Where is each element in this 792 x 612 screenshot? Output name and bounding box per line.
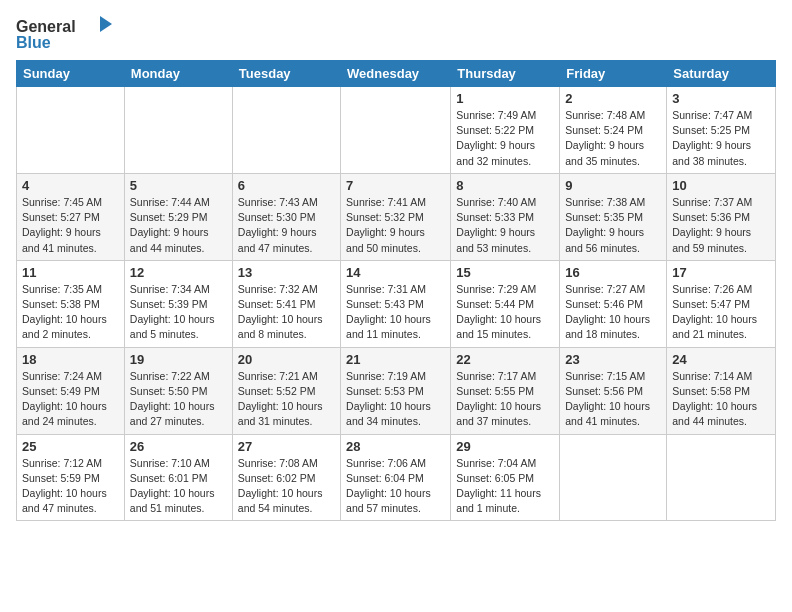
day-info: Sunrise: 7:34 AM Sunset: 5:39 PM Dayligh… (130, 282, 227, 343)
calendar-cell: 4Sunrise: 7:45 AM Sunset: 5:27 PM Daylig… (17, 173, 125, 260)
day-number: 10 (672, 178, 770, 193)
day-info: Sunrise: 7:19 AM Sunset: 5:53 PM Dayligh… (346, 369, 445, 430)
calendar-cell: 21Sunrise: 7:19 AM Sunset: 5:53 PM Dayli… (341, 347, 451, 434)
day-number: 27 (238, 439, 335, 454)
weekday-header: Monday (124, 61, 232, 87)
calendar-cell: 8Sunrise: 7:40 AM Sunset: 5:33 PM Daylig… (451, 173, 560, 260)
day-info: Sunrise: 7:47 AM Sunset: 5:25 PM Dayligh… (672, 108, 770, 169)
calendar-cell: 9Sunrise: 7:38 AM Sunset: 5:35 PM Daylig… (560, 173, 667, 260)
day-info: Sunrise: 7:29 AM Sunset: 5:44 PM Dayligh… (456, 282, 554, 343)
day-info: Sunrise: 7:27 AM Sunset: 5:46 PM Dayligh… (565, 282, 661, 343)
svg-marker-2 (100, 16, 112, 32)
calendar-week-row: 4Sunrise: 7:45 AM Sunset: 5:27 PM Daylig… (17, 173, 776, 260)
day-info: Sunrise: 7:06 AM Sunset: 6:04 PM Dayligh… (346, 456, 445, 517)
day-info: Sunrise: 7:40 AM Sunset: 5:33 PM Dayligh… (456, 195, 554, 256)
calendar-cell: 18Sunrise: 7:24 AM Sunset: 5:49 PM Dayli… (17, 347, 125, 434)
calendar-cell: 23Sunrise: 7:15 AM Sunset: 5:56 PM Dayli… (560, 347, 667, 434)
calendar-cell: 16Sunrise: 7:27 AM Sunset: 5:46 PM Dayli… (560, 260, 667, 347)
calendar-cell: 17Sunrise: 7:26 AM Sunset: 5:47 PM Dayli… (667, 260, 776, 347)
day-info: Sunrise: 7:17 AM Sunset: 5:55 PM Dayligh… (456, 369, 554, 430)
day-number: 22 (456, 352, 554, 367)
weekday-header: Tuesday (232, 61, 340, 87)
day-info: Sunrise: 7:10 AM Sunset: 6:01 PM Dayligh… (130, 456, 227, 517)
calendar-week-row: 1Sunrise: 7:49 AM Sunset: 5:22 PM Daylig… (17, 87, 776, 174)
day-number: 21 (346, 352, 445, 367)
calendar-cell (232, 87, 340, 174)
calendar-cell: 14Sunrise: 7:31 AM Sunset: 5:43 PM Dayli… (341, 260, 451, 347)
day-number: 26 (130, 439, 227, 454)
calendar-cell (17, 87, 125, 174)
calendar-cell: 7Sunrise: 7:41 AM Sunset: 5:32 PM Daylig… (341, 173, 451, 260)
day-number: 8 (456, 178, 554, 193)
calendar-cell: 20Sunrise: 7:21 AM Sunset: 5:52 PM Dayli… (232, 347, 340, 434)
day-number: 23 (565, 352, 661, 367)
calendar-cell: 28Sunrise: 7:06 AM Sunset: 6:04 PM Dayli… (341, 434, 451, 521)
day-info: Sunrise: 7:14 AM Sunset: 5:58 PM Dayligh… (672, 369, 770, 430)
calendar-cell: 10Sunrise: 7:37 AM Sunset: 5:36 PM Dayli… (667, 173, 776, 260)
calendar-week-row: 11Sunrise: 7:35 AM Sunset: 5:38 PM Dayli… (17, 260, 776, 347)
day-number: 9 (565, 178, 661, 193)
day-number: 24 (672, 352, 770, 367)
day-number: 7 (346, 178, 445, 193)
day-info: Sunrise: 7:24 AM Sunset: 5:49 PM Dayligh… (22, 369, 119, 430)
day-info: Sunrise: 7:37 AM Sunset: 5:36 PM Dayligh… (672, 195, 770, 256)
weekday-header: Thursday (451, 61, 560, 87)
logo: GeneralBlue (16, 16, 126, 52)
day-info: Sunrise: 7:38 AM Sunset: 5:35 PM Dayligh… (565, 195, 661, 256)
day-info: Sunrise: 7:32 AM Sunset: 5:41 PM Dayligh… (238, 282, 335, 343)
svg-text:Blue: Blue (16, 34, 51, 51)
calendar-cell: 1Sunrise: 7:49 AM Sunset: 5:22 PM Daylig… (451, 87, 560, 174)
day-info: Sunrise: 7:49 AM Sunset: 5:22 PM Dayligh… (456, 108, 554, 169)
weekday-header: Wednesday (341, 61, 451, 87)
day-number: 20 (238, 352, 335, 367)
calendar-cell: 25Sunrise: 7:12 AM Sunset: 5:59 PM Dayli… (17, 434, 125, 521)
calendar-cell: 3Sunrise: 7:47 AM Sunset: 5:25 PM Daylig… (667, 87, 776, 174)
day-info: Sunrise: 7:35 AM Sunset: 5:38 PM Dayligh… (22, 282, 119, 343)
logo-icon: GeneralBlue (16, 16, 126, 52)
day-number: 4 (22, 178, 119, 193)
calendar-cell: 12Sunrise: 7:34 AM Sunset: 5:39 PM Dayli… (124, 260, 232, 347)
page-header: GeneralBlue (16, 16, 776, 52)
day-number: 12 (130, 265, 227, 280)
day-info: Sunrise: 7:43 AM Sunset: 5:30 PM Dayligh… (238, 195, 335, 256)
day-number: 17 (672, 265, 770, 280)
day-number: 13 (238, 265, 335, 280)
day-number: 25 (22, 439, 119, 454)
calendar-week-row: 18Sunrise: 7:24 AM Sunset: 5:49 PM Dayli… (17, 347, 776, 434)
day-info: Sunrise: 7:04 AM Sunset: 6:05 PM Dayligh… (456, 456, 554, 517)
day-info: Sunrise: 7:12 AM Sunset: 5:59 PM Dayligh… (22, 456, 119, 517)
day-number: 16 (565, 265, 661, 280)
svg-text:General: General (16, 18, 76, 35)
day-number: 3 (672, 91, 770, 106)
calendar-cell: 27Sunrise: 7:08 AM Sunset: 6:02 PM Dayli… (232, 434, 340, 521)
day-info: Sunrise: 7:45 AM Sunset: 5:27 PM Dayligh… (22, 195, 119, 256)
calendar-cell: 22Sunrise: 7:17 AM Sunset: 5:55 PM Dayli… (451, 347, 560, 434)
calendar-cell (560, 434, 667, 521)
day-number: 5 (130, 178, 227, 193)
weekday-header: Saturday (667, 61, 776, 87)
day-number: 19 (130, 352, 227, 367)
calendar-cell: 26Sunrise: 7:10 AM Sunset: 6:01 PM Dayli… (124, 434, 232, 521)
calendar-cell: 11Sunrise: 7:35 AM Sunset: 5:38 PM Dayli… (17, 260, 125, 347)
calendar-cell (124, 87, 232, 174)
day-number: 2 (565, 91, 661, 106)
day-info: Sunrise: 7:26 AM Sunset: 5:47 PM Dayligh… (672, 282, 770, 343)
day-number: 15 (456, 265, 554, 280)
weekday-header: Sunday (17, 61, 125, 87)
day-info: Sunrise: 7:41 AM Sunset: 5:32 PM Dayligh… (346, 195, 445, 256)
calendar-table: SundayMondayTuesdayWednesdayThursdayFrid… (16, 60, 776, 521)
day-info: Sunrise: 7:31 AM Sunset: 5:43 PM Dayligh… (346, 282, 445, 343)
day-info: Sunrise: 7:21 AM Sunset: 5:52 PM Dayligh… (238, 369, 335, 430)
weekday-header: Friday (560, 61, 667, 87)
calendar-cell: 6Sunrise: 7:43 AM Sunset: 5:30 PM Daylig… (232, 173, 340, 260)
calendar-cell (667, 434, 776, 521)
calendar-cell: 19Sunrise: 7:22 AM Sunset: 5:50 PM Dayli… (124, 347, 232, 434)
calendar-cell: 13Sunrise: 7:32 AM Sunset: 5:41 PM Dayli… (232, 260, 340, 347)
day-number: 18 (22, 352, 119, 367)
day-number: 11 (22, 265, 119, 280)
day-number: 28 (346, 439, 445, 454)
day-info: Sunrise: 7:44 AM Sunset: 5:29 PM Dayligh… (130, 195, 227, 256)
calendar-cell (341, 87, 451, 174)
calendar-cell: 15Sunrise: 7:29 AM Sunset: 5:44 PM Dayli… (451, 260, 560, 347)
day-number: 29 (456, 439, 554, 454)
